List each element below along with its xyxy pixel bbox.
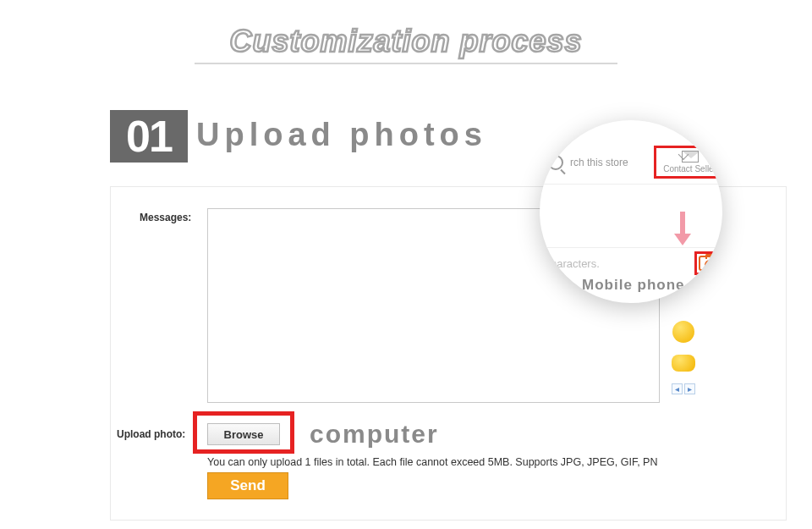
arrow-down-icon xyxy=(677,212,689,245)
messages-label: Messages: xyxy=(140,212,191,223)
emoji-icon[interactable] xyxy=(672,321,694,343)
step-number-badge: 01 xyxy=(110,110,188,163)
mobile-phone-annotation: Mobile phone xyxy=(582,277,685,294)
pager-next-button[interactable]: ▸ xyxy=(684,383,695,394)
magnifier-circle: rch this store Contact Seller haracters.… xyxy=(540,120,722,303)
search-group: rch this store xyxy=(548,155,628,170)
step-title: Upload photos xyxy=(196,117,487,153)
search-placeholder-text: rch this store xyxy=(570,157,628,168)
emoji-pager: ◂ ▸ xyxy=(672,383,695,394)
magnifier-bottom-row: haracters. xyxy=(540,247,722,275)
emoji-icon[interactable] xyxy=(672,355,695,372)
contact-seller-highlight[interactable]: Contact Seller xyxy=(654,146,722,179)
send-button[interactable]: Send xyxy=(207,472,288,499)
title-underline xyxy=(195,63,617,64)
page-title: Customization process xyxy=(229,24,582,59)
mail-icon xyxy=(682,151,699,163)
search-icon xyxy=(548,155,563,170)
computer-annotation: computer xyxy=(310,420,439,449)
magnifier-top-row: rch this store Contact Seller xyxy=(540,146,722,185)
browse-button[interactable]: Browse xyxy=(207,423,280,445)
pager-prev-button[interactable]: ◂ xyxy=(672,383,683,394)
contact-seller-label: Contact Seller xyxy=(663,164,716,174)
upload-hint-text: You can only upload 1 files in total. Ea… xyxy=(207,456,657,468)
upload-photo-label: Upload photo: xyxy=(117,428,185,440)
